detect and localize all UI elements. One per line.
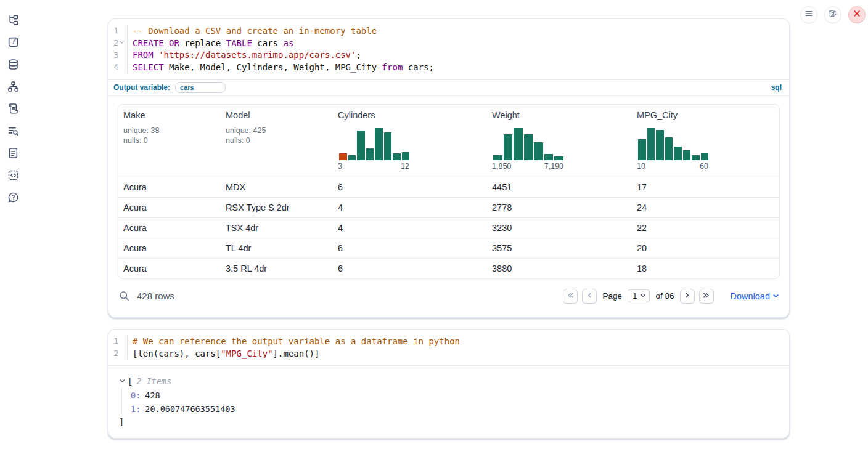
page-total: of 86 <box>655 291 674 301</box>
help-icon[interactable] <box>7 192 19 203</box>
menu-button[interactable] <box>800 6 817 23</box>
close-bracket: ] <box>119 416 779 428</box>
chevron-down-icon <box>772 291 779 301</box>
menu-icon <box>805 9 813 20</box>
table-row[interactable]: AcuraRSX Type S 2dr 42778 24 <box>118 197 779 217</box>
line-number: 2 <box>113 38 118 47</box>
table-header-row: Make unique: 38nulls: 0 Model unique: 42… <box>118 105 779 177</box>
cylinders-axis: 312 <box>338 162 409 171</box>
code-line: [len(cars), cars["MPG_City"].mean()] <box>133 347 789 360</box>
column-header-make[interactable]: Make unique: 38nulls: 0 <box>118 105 221 177</box>
output-variable-input[interactable] <box>175 82 226 93</box>
data-table: Make unique: 38nulls: 0 Model unique: 42… <box>118 104 780 279</box>
code-line: -- Download a CSV and create an in-memor… <box>133 25 789 37</box>
left-sidebar: f <box>0 0 26 449</box>
documentation-icon[interactable] <box>7 147 19 159</box>
python-cell: 1 2 # We can reference the output variab… <box>108 329 790 439</box>
output-variable-label: Output variable: <box>113 83 170 92</box>
column-header-mpg-city[interactable]: MPG_City 1060 <box>632 105 779 177</box>
snippets-icon[interactable] <box>7 169 19 181</box>
close-icon <box>853 9 861 20</box>
download-button[interactable]: Download <box>731 291 780 301</box>
items-count: 2 Items <box>136 376 171 386</box>
column-header-weight[interactable]: Weight 1,8507,190 <box>487 105 632 177</box>
sql-gutter: 1 2 3 4 <box>108 25 127 73</box>
python-output: [ 2 Items 0: 428 1: 20.060747663551403 ] <box>108 365 789 438</box>
chevrons-left-icon <box>567 291 575 302</box>
code-line: CREATE OR replace TABLE cars as <box>133 37 789 49</box>
gear-icon <box>829 9 837 20</box>
sql-cell: 1 2 3 4 -- Download a CSV and create an … <box>108 18 790 318</box>
code-line: FROM 'https://datasets.marimo.app/cars.c… <box>133 49 789 61</box>
page-label: Page <box>602 291 622 301</box>
mpg-city-axis: 1060 <box>637 162 708 171</box>
weight-axis: 1,8507,190 <box>492 162 563 171</box>
datasources-icon[interactable] <box>7 59 19 70</box>
chevron-left-icon <box>586 291 594 302</box>
line-number: 4 <box>113 62 118 71</box>
fold-chevron-icon[interactable] <box>119 39 126 46</box>
collapse-chevron-icon[interactable] <box>119 378 126 385</box>
line-number: 1 <box>113 336 118 346</box>
row-count: 428 rows <box>137 291 174 301</box>
python-gutter: 1 2 <box>108 335 127 359</box>
column-header-cylinders[interactable]: Cylinders 312 <box>333 105 487 177</box>
last-page-button[interactable] <box>699 289 714 304</box>
settings-button[interactable] <box>824 6 841 23</box>
table-row[interactable]: AcuraMDX 64451 17 <box>118 177 779 197</box>
prev-page-button[interactable] <box>582 289 597 304</box>
file-explorer-icon[interactable] <box>7 14 19 26</box>
chevrons-right-icon <box>702 291 710 302</box>
top-right-controls <box>800 6 866 23</box>
line-number: 1 <box>113 26 118 35</box>
open-bracket: [ <box>128 376 133 386</box>
code-line: # We can reference the output variable a… <box>133 335 789 347</box>
functions-icon[interactable]: f <box>7 36 19 48</box>
chevron-right-icon <box>683 291 691 302</box>
mpg-city-histogram[interactable] <box>638 128 708 160</box>
sql-code-editor[interactable]: 1 2 3 4 -- Download a CSV and create an … <box>108 19 789 79</box>
table-row[interactable]: AcuraTSX 4dr 43230 22 <box>118 217 779 238</box>
table-row[interactable]: Acura3.5 RL 4dr 63880 18 <box>118 258 779 278</box>
dependencies-icon[interactable] <box>7 81 19 92</box>
output-variable-bar: Output variable: sql <box>108 79 789 96</box>
table-footer: 428 rows Page 1 of 86 <box>108 279 789 304</box>
pagination: Page 1 of 86 Download <box>563 289 779 304</box>
line-number: 3 <box>113 51 118 60</box>
page-select[interactable]: 1 <box>628 289 650 302</box>
list-item: 1: 20.060747663551403 <box>131 402 779 416</box>
shutdown-button[interactable] <box>848 6 866 23</box>
line-number: 2 <box>113 349 118 358</box>
svg-text:f: f <box>12 38 16 46</box>
python-code-editor[interactable]: 1 2 # We can reference the output variab… <box>108 330 789 365</box>
first-page-button[interactable] <box>563 289 578 304</box>
code-line: SELECT Make, Model, Cylinders, Weight, M… <box>133 61 789 73</box>
search-icon[interactable] <box>119 291 129 301</box>
scratchpad-icon[interactable] <box>7 103 19 115</box>
weight-histogram[interactable] <box>493 128 563 160</box>
language-badge[interactable]: sql <box>771 83 782 92</box>
column-header-model[interactable]: Model unique: 425nulls: 0 <box>221 105 333 177</box>
table-row[interactable]: AcuraTL 4dr 63575 20 <box>118 238 779 258</box>
list-item: 0: 428 <box>131 388 779 402</box>
cylinders-histogram[interactable] <box>339 128 409 160</box>
next-page-button[interactable] <box>680 289 695 304</box>
tree-items: 0: 428 1: 20.060747663551403 <box>121 388 779 416</box>
logs-icon[interactable] <box>7 125 19 137</box>
chevron-down-icon <box>640 291 646 301</box>
tree-root: [ 2 Items <box>119 374 779 388</box>
